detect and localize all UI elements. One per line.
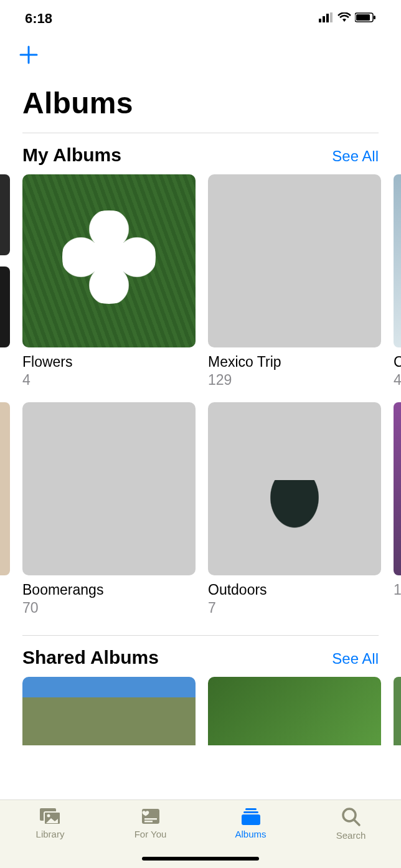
- album-title: Flowers: [22, 354, 196, 370]
- tab-albums[interactable]: Albums: [200, 806, 301, 839]
- album-peek-right[interactable]: [394, 402, 401, 575]
- battery-icon: [355, 12, 376, 25]
- album-boomerangs[interactable]: Boomerangs 70: [22, 402, 196, 616]
- album-thumbnail: [208, 174, 381, 347]
- cellular-icon: [319, 12, 334, 25]
- album-peek-left[interactable]: [0, 402, 10, 575]
- my-albums-row-1[interactable]: Flowers 4 Mexico Trip 129 C 4: [0, 174, 401, 389]
- shared-albums-title: Shared Albums: [22, 647, 159, 668]
- status-indicators: [319, 12, 376, 25]
- page-title: Albums: [0, 75, 401, 133]
- svg-line-19: [354, 820, 359, 825]
- svg-rect-14: [144, 821, 153, 823]
- my-albums-see-all[interactable]: See All: [332, 148, 379, 165]
- plus-icon: [17, 44, 40, 66]
- album-count: 7: [208, 600, 381, 616]
- library-icon: [38, 806, 63, 826]
- tab-label: Library: [36, 829, 65, 839]
- svg-rect-3: [330, 12, 333, 22]
- album-thumbnail: [22, 402, 196, 575]
- tab-library[interactable]: Library: [0, 806, 100, 839]
- shared-album-peek[interactable]: [394, 677, 401, 745]
- album-count-partial: 4: [394, 372, 401, 389]
- shared-album[interactable]: [22, 677, 196, 745]
- shared-albums-row[interactable]: [0, 677, 401, 745]
- svg-rect-6: [374, 16, 375, 19]
- tab-for-you[interactable]: For You: [100, 806, 200, 839]
- svg-point-11: [47, 814, 50, 818]
- svg-rect-16: [243, 811, 258, 813]
- status-bar: 6:18: [0, 0, 401, 37]
- add-button[interactable]: [17, 44, 40, 68]
- album-title: Boomerangs: [22, 582, 196, 598]
- svg-rect-0: [319, 19, 321, 22]
- album-peek-left[interactable]: [0, 267, 10, 347]
- album-count: 4: [22, 372, 196, 389]
- search-icon: [341, 806, 362, 828]
- my-albums-title: My Albums: [22, 144, 121, 166]
- nav-toolbar: [0, 37, 401, 75]
- album-outdoors[interactable]: Outdoors 7: [208, 402, 381, 616]
- album-title: Outdoors: [208, 582, 381, 598]
- tab-label: For You: [134, 829, 167, 839]
- svg-rect-5: [356, 14, 370, 21]
- album-title: Mexico Trip: [208, 354, 381, 370]
- album-thumbnail: [22, 174, 196, 347]
- albums-icon: [238, 806, 263, 826]
- album-title-partial: C: [394, 354, 401, 370]
- tab-label: Search: [336, 830, 366, 841]
- album-mexico-trip[interactable]: Mexico Trip 129: [208, 174, 381, 389]
- tab-label: Albums: [235, 829, 266, 839]
- svg-rect-17: [242, 814, 260, 825]
- album-count-partial: 1: [394, 582, 401, 598]
- svg-rect-13: [144, 818, 157, 820]
- shared-albums-header: Shared Albums See All: [0, 636, 401, 677]
- status-time: 6:18: [25, 11, 52, 27]
- my-albums-row-2[interactable]: Boomerangs 70 Outdoors 7 1: [0, 402, 401, 616]
- shared-albums-see-all[interactable]: See All: [332, 650, 379, 668]
- my-albums-header: My Albums See All: [0, 133, 401, 174]
- home-indicator[interactable]: [142, 857, 259, 861]
- svg-rect-1: [323, 16, 325, 22]
- for-you-icon: [139, 806, 162, 826]
- album-count: 129: [208, 372, 381, 389]
- tab-search[interactable]: Search: [301, 806, 401, 841]
- shared-album[interactable]: [208, 677, 381, 745]
- svg-rect-2: [326, 14, 329, 22]
- album-peek-left[interactable]: [0, 174, 10, 255]
- album-thumbnail: [208, 402, 381, 575]
- svg-rect-15: [245, 808, 257, 810]
- album-count: 70: [22, 600, 196, 616]
- album-flowers[interactable]: Flowers 4: [22, 174, 196, 389]
- album-peek-right[interactable]: [394, 174, 401, 347]
- wifi-icon: [337, 12, 351, 25]
